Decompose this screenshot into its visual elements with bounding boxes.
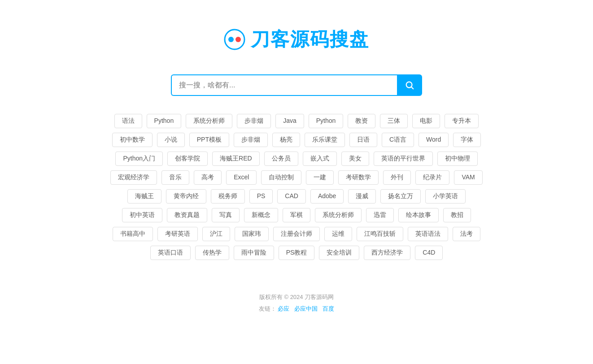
tag-item[interactable]: 语法 — [114, 114, 142, 128]
tag-item[interactable]: 扬名立万 — [380, 189, 421, 204]
tag-item[interactable]: PS教程 — [279, 246, 315, 260]
tag-item[interactable]: 英语语法 — [408, 227, 448, 241]
tags-container: 语法Python系统分析师步非烟JavaPython教资三体电影专升本初中数学小… — [108, 114, 485, 260]
search-bar — [171, 74, 422, 96]
tag-item[interactable]: Python — [309, 114, 344, 128]
tag-item[interactable]: Word — [419, 133, 449, 147]
tag-item[interactable]: 字体 — [453, 133, 481, 147]
tag-item[interactable]: 专升本 — [445, 114, 479, 128]
tag-item[interactable]: 黄帝内经 — [166, 189, 206, 204]
tag-item[interactable]: 系统分析师 — [315, 208, 362, 222]
tag-item[interactable]: 嵌入式 — [303, 152, 337, 166]
copyright-text: 版权所有 © 2024 刀客源码网 — [259, 291, 334, 303]
tag-item[interactable]: 步非烟 — [237, 114, 271, 128]
tag-item[interactable]: 教招 — [443, 208, 471, 222]
tag-item[interactable]: 安全培训 — [319, 246, 359, 260]
tag-item[interactable]: 公务员 — [264, 152, 298, 166]
site-title: 刀客源码搜盘 — [251, 27, 369, 52]
tag-item[interactable]: 海贼王 — [127, 189, 161, 204]
footer-link-bingcn[interactable]: 必应 — [278, 305, 289, 312]
tag-item[interactable]: 沪江 — [202, 227, 230, 241]
tag-item[interactable]: 杨亮 — [272, 133, 300, 147]
tag-item[interactable]: 军棋 — [283, 208, 310, 222]
tag-item[interactable]: 写真 — [212, 208, 240, 222]
search-input[interactable] — [171, 74, 397, 96]
tag-item[interactable]: 自动控制 — [261, 170, 301, 185]
tag-item[interactable]: 步非烟 — [234, 133, 268, 147]
tag-item[interactable]: 雨中冒险 — [234, 246, 274, 260]
tag-item[interactable]: 新概念 — [244, 208, 278, 222]
svg-point-2 — [235, 37, 241, 42]
tag-item[interactable]: Adobe — [310, 189, 344, 204]
tag-item[interactable]: 音乐 — [161, 170, 189, 185]
tag-item[interactable]: C4D — [415, 246, 443, 260]
tag-item[interactable]: 电影 — [412, 114, 440, 128]
tag-item[interactable]: 高考 — [194, 170, 222, 185]
tag-item[interactable]: 考研英语 — [157, 227, 198, 241]
tag-item[interactable]: 三体 — [380, 114, 408, 128]
svg-line-4 — [411, 87, 413, 89]
tag-item[interactable]: PS — [249, 189, 273, 204]
tag-item[interactable]: 漫威 — [348, 189, 376, 204]
footer-link-bingchina[interactable]: 必应中国 — [294, 305, 318, 312]
tag-item[interactable]: 注册会计师 — [273, 227, 320, 241]
tag-item[interactable]: 法考 — [453, 227, 480, 241]
tag-item[interactable]: 教资真题 — [167, 208, 207, 222]
logo-icon — [224, 29, 245, 50]
tag-item[interactable]: 乐乐课堂 — [305, 133, 345, 147]
tag-item[interactable]: 宏观经济学 — [110, 170, 157, 185]
svg-point-1 — [228, 37, 234, 42]
tag-item[interactable]: PPT模板 — [189, 133, 229, 147]
tag-item[interactable]: 税务师 — [211, 189, 245, 204]
footer: 版权所有 © 2024 刀客源码网 友链： 必应 必应中国 百度 — [259, 291, 334, 315]
tag-item[interactable]: Python — [147, 114, 182, 128]
tag-item[interactable]: 国家玮 — [235, 227, 269, 241]
tag-item[interactable]: 美女 — [341, 152, 369, 166]
tag-item[interactable]: 传热学 — [195, 246, 229, 260]
tag-item[interactable]: 小学英语 — [425, 189, 466, 204]
footer-link-baidu[interactable]: 百度 — [323, 305, 334, 312]
tag-item[interactable]: Excel — [226, 170, 257, 185]
tag-item[interactable]: Java — [275, 114, 304, 128]
tag-item[interactable]: 英语的平行世界 — [374, 152, 433, 166]
search-button[interactable] — [397, 74, 422, 96]
tag-item[interactable]: 日语 — [349, 133, 377, 147]
tag-item[interactable]: 迅雷 — [366, 208, 394, 222]
logo-area: 刀客源码搜盘 — [224, 27, 369, 52]
search-icon — [405, 80, 414, 90]
tag-item[interactable]: Python入门 — [115, 152, 163, 166]
tag-item[interactable]: 英语口语 — [150, 246, 191, 260]
tag-item[interactable]: CAD — [277, 189, 306, 204]
tag-item[interactable]: 创客学院 — [167, 152, 208, 166]
tag-item[interactable]: 一建 — [306, 170, 334, 185]
footer-links: 友链： 必应 必应中国 百度 — [259, 303, 334, 315]
tag-item[interactable]: VAM — [454, 170, 482, 185]
tag-item[interactable]: 初中数学 — [112, 133, 153, 147]
tag-item[interactable]: 考研数学 — [338, 170, 379, 185]
tag-item[interactable]: 书籍高中 — [113, 227, 153, 241]
tag-item[interactable]: 外刊 — [383, 170, 411, 185]
tag-item[interactable]: 系统分析师 — [186, 114, 232, 128]
tag-item[interactable]: 纪录片 — [415, 170, 449, 185]
tag-item[interactable]: 江鸣百技斩 — [357, 227, 403, 241]
tag-item[interactable]: C语言 — [382, 133, 414, 147]
tag-item[interactable]: 初中物理 — [437, 152, 478, 166]
tag-item[interactable]: 小说 — [157, 133, 185, 147]
tag-item[interactable]: 绘本故事 — [398, 208, 439, 222]
tag-item[interactable]: 教资 — [348, 114, 375, 128]
tag-item[interactable]: 初中英语 — [122, 208, 162, 222]
tag-item[interactable]: 西方经济学 — [364, 246, 410, 260]
tag-item[interactable]: 海贼王RED — [212, 152, 260, 166]
footer-links-label: 友链： — [259, 305, 276, 312]
tag-item[interactable]: 运维 — [324, 227, 352, 241]
